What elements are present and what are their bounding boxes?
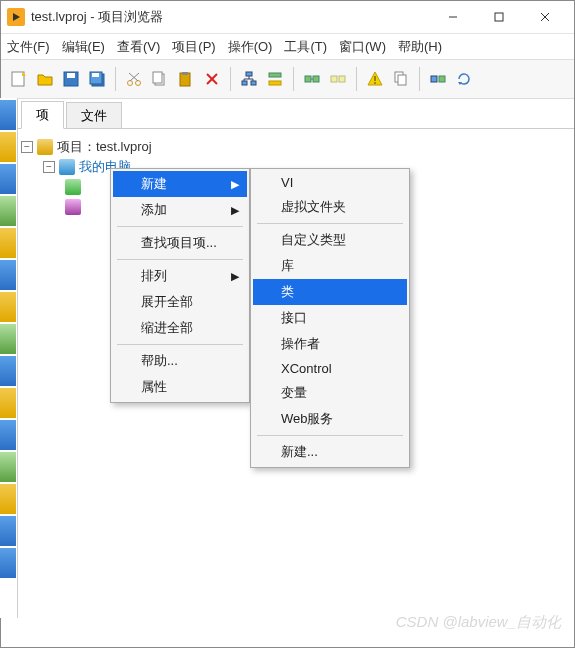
warning-icon[interactable] (363, 67, 387, 91)
cm-add[interactable]: 添加▶ (113, 197, 247, 223)
hierarchy-icon[interactable] (237, 67, 261, 91)
cut-icon[interactable] (122, 67, 146, 91)
submenu-arrow-icon: ▶ (231, 270, 239, 283)
filter-icon[interactable] (263, 67, 287, 91)
cm-expand-all[interactable]: 展开全部 (113, 289, 247, 315)
svg-rect-17 (153, 72, 162, 83)
svg-rect-33 (331, 76, 337, 82)
folder-icon (65, 179, 81, 195)
svg-rect-39 (398, 75, 406, 85)
context-menu-primary: 新建▶ 添加▶ 查找项目项... 排列▶ 展开全部 缩进全部 帮助... 属性 (110, 168, 250, 403)
copy-icon[interactable] (148, 67, 172, 91)
menu-help[interactable]: 帮助(H) (398, 38, 442, 56)
cm-new-webservice[interactable]: Web服务 (253, 406, 407, 432)
svg-rect-2 (495, 13, 503, 21)
svg-rect-11 (92, 73, 99, 77)
svg-point-37 (374, 82, 376, 84)
titlebar: test.lvproj - 项目浏览器 (1, 1, 574, 33)
settings-icon[interactable] (426, 67, 450, 91)
save-icon[interactable] (59, 67, 83, 91)
menu-operate[interactable]: 操作(O) (228, 38, 273, 56)
left-strip (0, 98, 18, 618)
cm-arrange[interactable]: 排列▶ (113, 263, 247, 289)
computer-icon (59, 159, 75, 175)
tabbar: 项 文件 (1, 99, 574, 129)
menu-project[interactable]: 项目(P) (172, 38, 215, 56)
cm-new-library[interactable]: 库 (253, 253, 407, 279)
toolbar (1, 59, 574, 99)
open-icon[interactable] (33, 67, 57, 91)
menu-tools[interactable]: 工具(T) (284, 38, 327, 56)
resolve-icon[interactable] (300, 67, 324, 91)
cm-properties[interactable]: 属性 (113, 374, 247, 400)
save-all-icon[interactable] (85, 67, 109, 91)
svg-rect-23 (242, 81, 247, 85)
menu-window[interactable]: 窗口(W) (339, 38, 386, 56)
svg-rect-31 (305, 76, 311, 82)
expander-icon[interactable]: − (21, 141, 33, 153)
lib-icon (65, 199, 81, 215)
menubar: 文件(F) 编辑(E) 查看(V) 项目(P) 操作(O) 工具(T) 窗口(W… (1, 33, 574, 59)
menu-file[interactable]: 文件(F) (7, 38, 50, 56)
submenu-arrow-icon: ▶ (231, 178, 239, 191)
cm-new-xcontrol[interactable]: XControl (253, 357, 407, 380)
delete-icon[interactable] (200, 67, 224, 91)
cm-new[interactable]: 新建▶ (113, 171, 247, 197)
cm-help[interactable]: 帮助... (113, 348, 247, 374)
cm-new-customtype[interactable]: 自定义类型 (253, 227, 407, 253)
svg-rect-29 (269, 73, 281, 77)
svg-line-15 (130, 73, 139, 81)
tab-items[interactable]: 项 (21, 101, 64, 129)
cm-new-vi[interactable]: VI (253, 171, 407, 194)
cm-new-vfolder[interactable]: 虚拟文件夹 (253, 194, 407, 220)
svg-rect-40 (431, 76, 437, 82)
deploy-icon[interactable] (326, 67, 350, 91)
app-icon (7, 8, 25, 26)
menu-edit[interactable]: 编辑(E) (62, 38, 105, 56)
svg-rect-22 (246, 72, 252, 76)
paste-icon[interactable] (174, 67, 198, 91)
refresh-icon[interactable] (452, 67, 476, 91)
svg-rect-8 (67, 73, 75, 78)
svg-rect-19 (182, 72, 188, 75)
new-vi-icon[interactable] (7, 67, 31, 91)
tab-files[interactable]: 文件 (66, 102, 122, 129)
svg-rect-24 (251, 81, 256, 85)
cm-new-actor[interactable]: 操作者 (253, 331, 407, 357)
maximize-button[interactable] (476, 2, 522, 32)
svg-line-14 (129, 73, 138, 81)
project-label: 项目：test.lvproj (57, 138, 152, 156)
context-menu-new: VI 虚拟文件夹 自定义类型 库 类 接口 操作者 XControl 变量 We… (250, 168, 410, 468)
cm-new-variable[interactable]: 变量 (253, 380, 407, 406)
tree-project-row[interactable]: − 项目：test.lvproj (21, 137, 566, 157)
window-controls (430, 2, 568, 32)
svg-rect-30 (269, 81, 281, 85)
cm-collapse-all[interactable]: 缩进全部 (113, 315, 247, 341)
close-button[interactable] (522, 2, 568, 32)
svg-rect-34 (339, 76, 345, 82)
svg-rect-32 (313, 76, 319, 82)
project-icon (37, 139, 53, 155)
cm-new-class[interactable]: 类 (253, 279, 407, 305)
menu-view[interactable]: 查看(V) (117, 38, 160, 56)
cm-new-interface[interactable]: 接口 (253, 305, 407, 331)
window-title: test.lvproj - 项目浏览器 (31, 8, 430, 26)
svg-rect-41 (439, 76, 445, 82)
svg-marker-0 (13, 13, 20, 21)
expander-icon[interactable]: − (43, 161, 55, 173)
svg-point-12 (128, 81, 133, 86)
cm-new-more[interactable]: 新建... (253, 439, 407, 465)
files-icon[interactable] (389, 67, 413, 91)
submenu-arrow-icon: ▶ (231, 204, 239, 217)
minimize-button[interactable] (430, 2, 476, 32)
cm-find[interactable]: 查找项目项... (113, 230, 247, 256)
svg-point-13 (136, 81, 141, 86)
